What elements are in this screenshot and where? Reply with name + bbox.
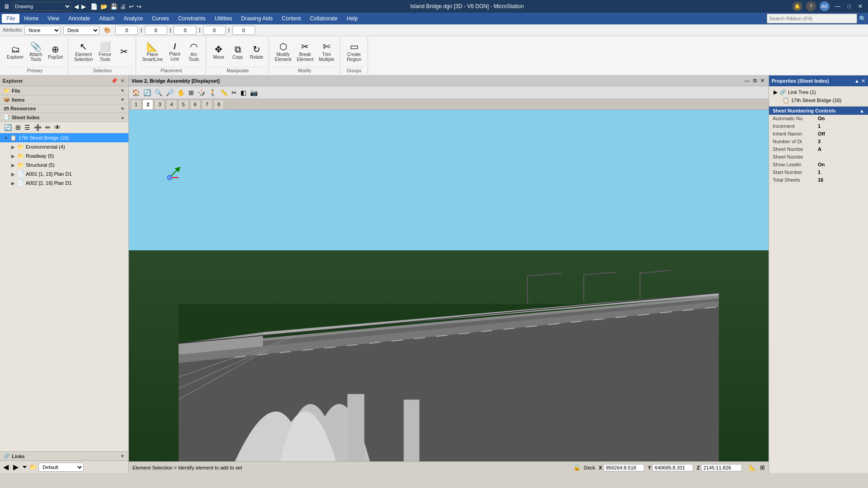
- print-icon[interactable]: 🖨: [120, 3, 126, 10]
- view-tool-camera[interactable]: 📷: [249, 88, 259, 97]
- maximize-button[interactable]: □: [846, 3, 853, 9]
- menu-analyze[interactable]: Analyze: [119, 14, 147, 23]
- menu-utilities[interactable]: Utilities: [210, 14, 237, 23]
- open-icon[interactable]: 📂: [100, 3, 108, 10]
- copy-button[interactable]: ⧉ Copy: [229, 38, 247, 66]
- sheet-numbering-expand-icon[interactable]: ▲: [859, 108, 864, 113]
- minimize-button[interactable]: —: [833, 3, 842, 9]
- menu-curves[interactable]: Curves: [147, 14, 174, 23]
- rotate-button[interactable]: ↻ Rotate: [248, 38, 266, 66]
- props-close-icon[interactable]: ✕: [861, 78, 865, 84]
- view-tool-clip[interactable]: ✂: [230, 88, 238, 97]
- user-avatar[interactable]: AK: [820, 1, 830, 11]
- place-smartline-button[interactable]: 📐 PlaceSmartLine: [140, 38, 165, 66]
- modify-element-button[interactable]: ⬡ ModifyElement: [273, 38, 294, 66]
- search-ribbon-input[interactable]: [767, 14, 857, 23]
- nav-forward-button[interactable]: ▶: [12, 463, 20, 471]
- attr-input-1[interactable]: [115, 26, 138, 35]
- explorer-close-button[interactable]: ✕: [119, 78, 126, 84]
- view-tab-5[interactable]: 5: [178, 99, 189, 109]
- view-tool-walk[interactable]: 🚶: [208, 88, 218, 97]
- sheet-tool-add[interactable]: ➕: [33, 123, 43, 131]
- view-tool-rotate[interactable]: 🔄: [142, 88, 152, 97]
- nav-level-dropdown[interactable]: Default: [38, 463, 84, 472]
- tree-item-roadway[interactable]: ▶ 📁 Roadway (5): [7, 151, 128, 160]
- view-tool-measure[interactable]: 📏: [219, 88, 229, 97]
- element-selection-button[interactable]: ↖ ElementSelection: [72, 38, 95, 66]
- undo-icon[interactable]: ↩: [129, 3, 134, 10]
- grid-icon[interactable]: ⊞: [760, 464, 765, 471]
- new-icon[interactable]: 📄: [90, 3, 98, 10]
- menu-attach[interactable]: Attach: [94, 14, 119, 23]
- help-icon[interactable]: ?: [806, 1, 816, 11]
- menu-annotate[interactable]: Annotate: [64, 14, 94, 23]
- sheet-tool-edit[interactable]: ✏: [44, 123, 52, 131]
- view-tool-section[interactable]: ◧: [239, 88, 248, 97]
- props-expand-icon[interactable]: ▲: [854, 78, 859, 84]
- link-tree-root[interactable]: ▶ 🔗 Link Tree (1): [772, 88, 865, 96]
- sheet-tool-refresh[interactable]: 🔄: [3, 123, 13, 131]
- view-restore-icon[interactable]: ⧉: [752, 78, 758, 84]
- section-items[interactable]: 📦 Items ▼: [0, 95, 128, 104]
- view-tab-4[interactable]: 4: [166, 99, 177, 109]
- save-icon[interactable]: 💾: [110, 3, 118, 10]
- popset-button[interactable]: ⊕ PopSet: [46, 38, 65, 66]
- menu-view[interactable]: View: [43, 14, 64, 23]
- cut-button[interactable]: ✂: [115, 38, 133, 66]
- link-tree-child[interactable]: 📋 17th Street Bridge (16): [772, 96, 865, 104]
- tree-item-a001[interactable]: ▶ 📄 A001 [1, 15] Plan D1: [7, 169, 128, 178]
- view-tab-1[interactable]: 1: [131, 99, 142, 109]
- view-tab-8[interactable]: 8: [213, 99, 224, 109]
- attr-input-4[interactable]: [203, 26, 226, 35]
- break-element-button[interactable]: ✂ BreakElement: [294, 38, 316, 66]
- section-resources[interactable]: 🗃 Resources ▼: [0, 104, 128, 113]
- sheet-tool-list[interactable]: ☰: [23, 123, 32, 131]
- snap-icon[interactable]: 📐: [749, 464, 756, 471]
- view-tab-2[interactable]: 2: [142, 99, 153, 109]
- view-tool-zoom-out[interactable]: 🔎: [165, 88, 175, 97]
- view-tool-home[interactable]: 🏠: [131, 88, 141, 97]
- explorer-button[interactable]: 🗂 Explorer: [5, 38, 26, 66]
- view-minimize-icon[interactable]: —: [743, 78, 751, 84]
- tree-item-environmental[interactable]: ▶ 📁 Environmental (4): [7, 142, 128, 151]
- nav-folder-icon[interactable]: 📁: [29, 464, 37, 470]
- menu-collaborate[interactable]: Collaborate: [305, 14, 342, 23]
- menu-file[interactable]: File: [2, 14, 19, 23]
- view-tab-6[interactable]: 6: [190, 99, 201, 109]
- menu-help[interactable]: Help: [342, 14, 363, 23]
- level-dropdown-none[interactable]: None: [24, 26, 61, 35]
- nav-back-icon[interactable]: ◀: [74, 3, 79, 10]
- window-type-dropdown[interactable]: Drawing: [13, 2, 71, 11]
- view-tool-fit[interactable]: ⊞: [187, 88, 195, 97]
- menu-constraints[interactable]: Constraints: [174, 14, 210, 23]
- move-button[interactable]: ✥ Move: [210, 38, 228, 66]
- view-tab-3[interactable]: 3: [154, 99, 165, 109]
- view-tab-7[interactable]: 7: [202, 99, 212, 109]
- sheet-tool-view[interactable]: 👁: [53, 123, 62, 131]
- sheet-tool-grid[interactable]: ⊞: [14, 123, 22, 131]
- view-tool-3d[interactable]: 🎲: [196, 88, 207, 97]
- tree-item-a002[interactable]: ▶ 📄 A002 [2, 16] Plan D1: [7, 178, 128, 188]
- explorer-pin-button[interactable]: 📌: [110, 78, 118, 84]
- attr-input-2[interactable]: [145, 26, 167, 35]
- attr-input-5[interactable]: [232, 26, 255, 35]
- redo-icon[interactable]: ↪: [137, 3, 142, 10]
- menu-content[interactable]: Content: [277, 14, 305, 23]
- nav-history-icon[interactable]: ⏷: [22, 464, 28, 470]
- fence-tools-button[interactable]: ⬜ FenceTools: [96, 38, 114, 66]
- links-section[interactable]: 🔗 Links ▼: [0, 451, 128, 460]
- tree-item-root[interactable]: ▼ 📋 17th Street Bridge (16): [0, 133, 128, 142]
- trim-multiple-button[interactable]: ✄ TrimMultiple: [316, 38, 336, 66]
- search-icon[interactable]: 🔍: [859, 15, 866, 22]
- tree-item-structural[interactable]: ▶ 📁 Structural (5): [7, 160, 128, 169]
- nav-fwd-icon[interactable]: ▶: [81, 3, 86, 10]
- viewport[interactable]: [129, 110, 769, 461]
- close-button[interactable]: ✕: [856, 3, 864, 9]
- menu-home[interactable]: Home: [19, 14, 43, 23]
- arc-tools-button[interactable]: ◠ ArcTools: [185, 38, 203, 66]
- place-line-button[interactable]: / PlaceLine: [166, 38, 184, 66]
- view-tool-zoom-in[interactable]: 🔍: [153, 88, 164, 97]
- view-close-icon[interactable]: ✕: [759, 78, 766, 84]
- section-file[interactable]: 📁 File ▼: [0, 86, 128, 95]
- attr-input-3[interactable]: [174, 26, 196, 35]
